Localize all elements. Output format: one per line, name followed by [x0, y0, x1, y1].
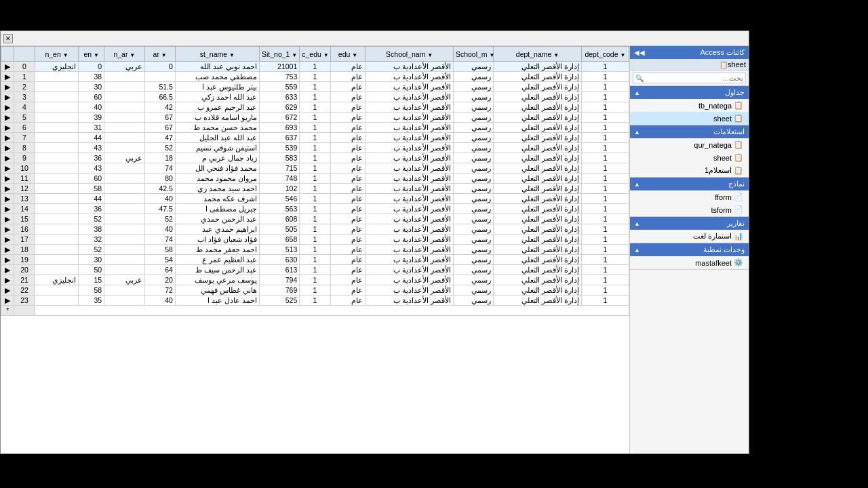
table-row[interactable]: ▶ 19 30 54 عبد العظيم عمر ع 630 1 عام ال…	[1, 255, 629, 265]
nav-left-btn[interactable]: ◀◀	[634, 49, 645, 56]
qur-natega-item[interactable]: qur_natega 📋	[630, 138, 749, 151]
reports-collapse-icon: ▲	[634, 220, 640, 227]
col-selector-header[interactable]	[1, 47, 14, 62]
table-row[interactable]: ▶ 13 44 40 اشرف عكه محمد 546 1 عام الأقص…	[1, 194, 629, 204]
n-ar-cell	[104, 72, 144, 82]
edu-cell: عام	[330, 184, 366, 194]
sit-no-cell: 563	[259, 204, 299, 214]
col-dept_name-header[interactable]: dept_name ▼	[494, 47, 582, 62]
edu-cell: عام	[330, 214, 366, 224]
row-selector-cell[interactable]: ▶	[1, 265, 14, 275]
col-n_en-header[interactable]: n_en ▼	[35, 47, 79, 62]
tsform-item[interactable]: tsform 📄	[630, 203, 749, 216]
sheet-table-item[interactable]: sheet 📋	[630, 112, 749, 125]
table-row[interactable]: ▶ 10 43 74 محمد فؤاد فتحي الل 715 1 عام …	[1, 163, 629, 174]
school-m-cell: رسمي	[453, 285, 493, 296]
col-c_edu-header[interactable]: c_edu ▼	[300, 47, 330, 62]
sheet-query-item[interactable]: sheet 📋	[630, 151, 749, 164]
row-selector-cell[interactable]: ▶	[1, 143, 14, 153]
sheet-tab-label[interactable]: sheet	[728, 60, 746, 68]
table-row[interactable]: ▶ 4 40 42 عبد الرحيم عمرو ب 629 1 عام ال…	[1, 102, 629, 113]
tables-section-header[interactable]: ▲ جداول	[630, 86, 749, 99]
row-selector-cell[interactable]: ▶	[1, 296, 14, 306]
n-en-cell	[35, 102, 79, 113]
row-selector-cell[interactable]: ▶	[1, 62, 14, 72]
col-en-header[interactable]: en ▼	[79, 47, 104, 62]
table-row[interactable]: ▶ 6 31 67 محمد حسن محمد ط 693 1 عام الأق…	[1, 123, 629, 133]
table-row[interactable]: ▶ 14 36 47.5 جبريل مصطفى ا 563 1 عام الأ…	[1, 204, 629, 214]
table-row[interactable]: ▶ 5 39 67 ماريو اسامه قلاده ب 672 1 عام …	[1, 113, 629, 123]
table-row[interactable]: ▶ 11 60 80 مروان محمود محمد 748 1 عام ال…	[1, 174, 629, 184]
row-selector-cell[interactable]: ▶	[1, 285, 14, 296]
table-row[interactable]: ▶ 15 52 52 عبد الرحمن حمدي 608 1 عام الأ…	[1, 214, 629, 224]
row-selector-cell[interactable]: ▶	[1, 163, 14, 174]
row-selector-cell[interactable]: ▶	[1, 204, 14, 214]
reports-section-header[interactable]: ▲ تقارير	[630, 217, 749, 230]
modules-collapse-icon: ▲	[634, 247, 640, 253]
istemara-item[interactable]: استمارة لغت 📊	[630, 230, 749, 243]
row-selector-cell[interactable]: ▶	[1, 102, 14, 113]
col-school_name-header[interactable]: School_nam ▼	[366, 47, 454, 62]
mastafkeet-item[interactable]: mastafkeet ⚙️	[630, 256, 749, 269]
row-selector-cell[interactable]: ▶	[1, 82, 14, 92]
row-selector-cell[interactable]: ▶	[1, 153, 14, 163]
row-selector-cell[interactable]: ▶	[1, 133, 14, 143]
dept-code-cell: 1	[581, 245, 629, 255]
table-row[interactable]: ▶ 23 35 40 احمد عادل عبد ا 525 1 عام الأ…	[1, 296, 629, 306]
col-ar-header[interactable]: ar ▼	[144, 47, 175, 62]
sidebar-search-input[interactable]	[644, 74, 743, 82]
col-n_ar-header[interactable]: n_ar ▼	[104, 47, 144, 62]
row-selector-cell[interactable]: ▶	[1, 214, 14, 224]
reports-section: ▲ تقارير استمارة لغت 📊	[630, 217, 749, 243]
row-selector-cell[interactable]: ▶	[1, 235, 14, 245]
row-selector-cell[interactable]: ▶	[1, 174, 14, 184]
table-row[interactable]: ▶ 1 38 مصطفي محمد صب 753 1 عام الأقصر ال…	[1, 72, 629, 82]
modules-section-header[interactable]: ▲ وحدات نمطية	[630, 243, 749, 256]
row-selector-cell[interactable]: ▶	[1, 72, 14, 82]
row-selector-cell[interactable]: ▶	[1, 113, 14, 123]
table-row[interactable]: ▶ 9 36 عربي 18 زياد جمال عربي م 583 1 عا…	[1, 153, 629, 163]
table-row[interactable]: ▶ 18 52 58 احمد جعفر محمد ط 513 1 عام ال…	[1, 245, 629, 255]
row-selector-cell[interactable]: ▶	[1, 194, 14, 204]
col-sit_no_1-header[interactable]: Sit_no_1 ▼	[259, 47, 299, 62]
row-selector-cell[interactable]: ▶	[1, 92, 14, 102]
tb-natega-item[interactable]: tb_natega 📋	[630, 99, 749, 112]
en-cell: 52	[79, 245, 104, 255]
ar-cell: 72	[144, 285, 175, 296]
n-en-cell	[35, 255, 79, 265]
fform-item[interactable]: fform 📄	[630, 190, 749, 203]
col-st_name-header[interactable]: st_name ▼	[175, 47, 259, 62]
school-name-cell: الأقصر الأعدادية ب	[366, 113, 454, 123]
row-selector-cell[interactable]: ▶	[1, 224, 14, 235]
school-name-cell: الأقصر الأعدادية ب	[366, 245, 454, 255]
queries-section-header[interactable]: ▲ استعلامات	[630, 125, 749, 138]
row-selector-cell[interactable]: ▶	[1, 123, 14, 133]
table-row[interactable]: ▶ 2 30 51.5 بيتر طلتيوس عبد ا 559 1 عام …	[1, 82, 629, 92]
school-name-cell: الأقصر الأعدادية ب	[366, 285, 454, 296]
table-row[interactable]: ▶ 3 60 66.5 عبد الله احمد زكي 633 1 عام …	[1, 92, 629, 102]
row-selector-cell[interactable]: ▶	[1, 245, 14, 255]
col-school_m-header[interactable]: School_m ▼	[453, 47, 493, 62]
table-row[interactable]: ▶ 16 38 40 ابراهيم حمدي عبد 505 1 عام ال…	[1, 224, 629, 235]
col-dept_code-header[interactable]: dept_code ▼	[581, 47, 629, 62]
table-row[interactable]: ▶ 0 انجليزي 0 عربي 0 احمد نوبي عبد الله …	[1, 62, 629, 72]
forms-section-header[interactable]: ▲ نماذج	[630, 178, 749, 190]
istelam-item[interactable]: استعلام1 📋	[630, 164, 749, 177]
n-ar-cell	[104, 92, 144, 102]
row-selector-cell[interactable]: ▶	[1, 184, 14, 194]
close-button[interactable]: ✕	[3, 34, 13, 43]
table-row[interactable]: ▶ 22 58 72 هاني غطاس فهمي 769 1 عام الأق…	[1, 285, 629, 296]
st-name-cell: جبريل مصطفى ا	[175, 204, 259, 214]
table-row[interactable]: ▶ 12 58 42.5 احمد سيد محمد زي 102 1 عام …	[1, 184, 629, 194]
sit-no-cell: 753	[259, 72, 299, 82]
table-row[interactable]: ▶ 20 50 64 عبد الرحمن سيف ط 613 1 عام ال…	[1, 265, 629, 275]
row-selector-cell[interactable]: ▶	[1, 255, 14, 265]
table-row[interactable]: ▶ 8 43 52 استيفن شوقي نسيم 539 1 عام الأ…	[1, 143, 629, 153]
table-row[interactable]: ▶ 7 44 47 عبد الله عبد الجليل 637 1 عام …	[1, 133, 629, 143]
table-row[interactable]: ▶ 21 انجليزي 15 عربي 20 يوسف مرعي يوسف 7…	[1, 275, 629, 285]
table-row[interactable]: ▶ 17 32 74 فؤاد شعبان فؤاد اب 658 1 عام …	[1, 235, 629, 245]
row-selector-cell[interactable]: ▶	[1, 275, 14, 285]
sheet-query-label: sheet	[713, 154, 732, 162]
col-edu-header[interactable]: edu ▼	[330, 47, 366, 62]
c-edu-cell: 1	[300, 275, 330, 285]
